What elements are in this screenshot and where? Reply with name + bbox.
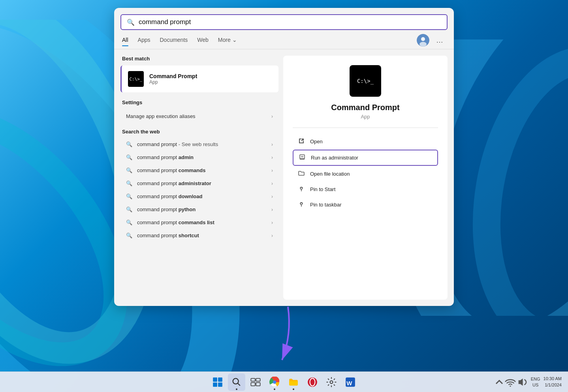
taskbar-icon-word[interactable]: W bbox=[342, 373, 359, 391]
action-pin-to-start[interactable]: Pin to Start bbox=[293, 182, 438, 197]
tab-more[interactable]: More ⌄ bbox=[218, 37, 237, 46]
svg-text:W: W bbox=[346, 379, 352, 386]
best-match-info: Command Prompt App bbox=[149, 73, 197, 85]
tab-all[interactable]: All bbox=[122, 37, 128, 46]
svg-rect-20 bbox=[256, 378, 260, 381]
search-small-icon: 🔍 bbox=[126, 154, 132, 160]
right-panel: C:\>_ Command Prompt App Open bbox=[283, 56, 448, 300]
action-open-file-location[interactable]: Open file location bbox=[293, 167, 438, 181]
system-tray-chevron[interactable] bbox=[495, 375, 504, 389]
taskbar-dot bbox=[293, 388, 294, 390]
taskbar-icon-settings[interactable] bbox=[323, 373, 340, 391]
taskbar-dot bbox=[236, 388, 237, 390]
taskbar-pin-icon bbox=[297, 201, 305, 208]
taskbar-time: 10:30 AM bbox=[544, 376, 562, 382]
taskbar-lang: ENG bbox=[531, 376, 540, 382]
user-avatar[interactable] bbox=[417, 34, 429, 47]
taskbar-clock[interactable]: 10:30 AM 1/1/2024 bbox=[544, 376, 563, 388]
tab-documents[interactable]: Documents bbox=[160, 37, 188, 46]
svg-point-4 bbox=[466, 48, 568, 316]
chevron-right-icon: › bbox=[271, 114, 273, 119]
web-item-6[interactable]: 🔍 command prompt commands list › bbox=[120, 216, 278, 229]
taskbar-icon-taskview[interactable] bbox=[247, 373, 264, 391]
tab-web[interactable]: Web bbox=[197, 37, 209, 46]
web-item-7[interactable]: 🔍 command prompt shortcut › bbox=[120, 229, 278, 242]
svg-rect-10 bbox=[300, 159, 305, 159]
taskbar-dot bbox=[274, 388, 275, 390]
best-match-name: Command Prompt bbox=[149, 73, 197, 79]
search-bar[interactable]: 🔍 bbox=[120, 14, 448, 30]
svg-point-25 bbox=[308, 377, 317, 387]
svg-rect-22 bbox=[256, 383, 260, 386]
taskbar-lang-time[interactable]: ENG US bbox=[529, 376, 542, 388]
best-match-type: App bbox=[149, 79, 197, 85]
search-small-icon: 🔍 bbox=[126, 233, 132, 238]
taskbar-region: US bbox=[532, 382, 538, 388]
chevron-right-icon: › bbox=[271, 194, 273, 199]
svg-rect-17 bbox=[218, 383, 222, 387]
svg-rect-9 bbox=[301, 156, 303, 158]
web-section-title: Search the web bbox=[120, 129, 278, 135]
chevron-right-icon: › bbox=[271, 168, 273, 173]
svg-rect-21 bbox=[251, 383, 255, 386]
web-item-3[interactable]: 🔍 command prompt administrator › bbox=[120, 177, 278, 190]
action-open[interactable]: Open bbox=[293, 134, 438, 149]
best-match-item[interactable]: C:\>_ Command Prompt App bbox=[120, 66, 278, 92]
action-run-as-admin[interactable]: Run as administrator bbox=[293, 150, 438, 166]
svg-point-18 bbox=[233, 378, 239, 384]
admin-icon bbox=[298, 154, 306, 161]
chevron-right-icon: › bbox=[271, 220, 273, 225]
taskbar-right: ENG US 10:30 AM 1/1/2024 bbox=[495, 375, 568, 389]
chevron-right-icon: › bbox=[271, 181, 273, 186]
svg-rect-16 bbox=[213, 383, 217, 387]
chevron-right-icon: › bbox=[271, 142, 273, 147]
taskbar-icon-chrome[interactable] bbox=[266, 373, 283, 391]
web-item-5[interactable]: 🔍 command prompt python › bbox=[120, 203, 278, 216]
chevron-right-icon: › bbox=[271, 207, 273, 212]
tab-apps[interactable]: Apps bbox=[138, 37, 150, 46]
settings-item-aliases[interactable]: Manage app execution aliases › bbox=[120, 109, 278, 123]
search-small-icon: 🔍 bbox=[126, 206, 132, 212]
action-list: Open Run as administrator bbox=[293, 134, 438, 212]
search-small-icon: 🔍 bbox=[126, 167, 132, 173]
app-title: Command Prompt bbox=[331, 103, 399, 112]
web-item-1[interactable]: 🔍 command prompt admin › bbox=[120, 151, 278, 164]
svg-point-30 bbox=[510, 385, 511, 386]
search-overlay: 🔍 All Apps Documents Web More ⌄ … bbox=[114, 8, 454, 306]
taskbar-icon-start[interactable] bbox=[209, 373, 226, 391]
search-small-icon: 🔍 bbox=[126, 141, 132, 147]
taskbar-icon-explorer[interactable] bbox=[285, 373, 302, 391]
folder-icon bbox=[297, 170, 305, 178]
command-prompt-icon: C:\>_ bbox=[128, 71, 144, 87]
action-pin-to-taskbar[interactable]: Pin to taskbar bbox=[293, 197, 438, 212]
svg-point-27 bbox=[330, 381, 333, 383]
search-input[interactable] bbox=[139, 18, 441, 26]
svg-rect-15 bbox=[218, 377, 222, 382]
network-icon[interactable] bbox=[505, 375, 516, 389]
taskbar-icon-search[interactable] bbox=[228, 373, 245, 391]
svg-point-24 bbox=[273, 380, 276, 384]
chevron-right-icon: › bbox=[271, 155, 273, 160]
taskbar-icon-opera[interactable] bbox=[304, 373, 321, 391]
taskbar-center: W bbox=[209, 373, 359, 391]
web-item-2[interactable]: 🔍 command prompt commands › bbox=[120, 164, 278, 177]
web-item-4[interactable]: 🔍 command prompt download › bbox=[120, 190, 278, 203]
left-panel: Best match C:\>_ Command Prompt App Sett… bbox=[120, 56, 278, 300]
search-tabs: All Apps Documents Web More ⌄ … bbox=[114, 30, 454, 49]
app-preview-icon: C:\>_ bbox=[350, 65, 381, 97]
web-item-0[interactable]: 🔍 command prompt - See web results › bbox=[120, 138, 278, 151]
search-small-icon: 🔍 bbox=[126, 193, 132, 199]
tabs-right: … bbox=[417, 34, 446, 49]
action-admin-label: Run as administrator bbox=[311, 155, 358, 161]
action-open-label: Open bbox=[310, 139, 323, 144]
action-pin-start-label: Pin to Start bbox=[310, 186, 335, 192]
action-file-location-label: Open file location bbox=[310, 171, 350, 177]
sound-icon[interactable] bbox=[517, 375, 528, 389]
settings-item-label: Manage app execution aliases bbox=[126, 113, 196, 119]
best-match-title: Best match bbox=[120, 56, 278, 62]
more-options-button[interactable]: … bbox=[433, 34, 446, 47]
taskbar-date: 1/1/2024 bbox=[545, 382, 562, 388]
svg-rect-19 bbox=[251, 378, 255, 381]
svg-rect-14 bbox=[213, 377, 217, 382]
search-content: Best match C:\>_ Command Prompt App Sett… bbox=[114, 49, 454, 306]
